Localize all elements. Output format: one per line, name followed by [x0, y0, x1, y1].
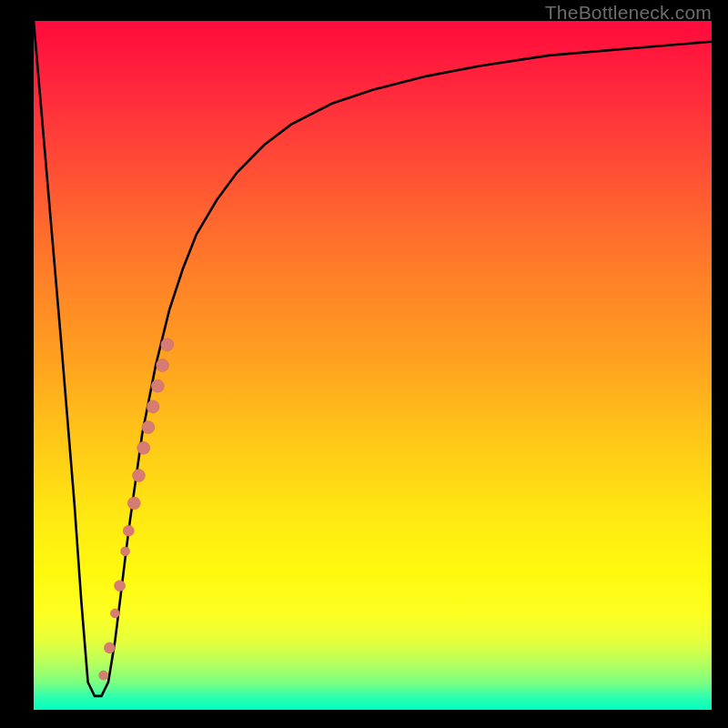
data-marker [121, 547, 130, 556]
data-marker [142, 421, 155, 434]
data-marker [133, 470, 146, 482]
data-marker [161, 339, 174, 351]
data-marker [99, 671, 108, 680]
bottleneck-curve [34, 21, 712, 696]
data-marker [123, 525, 134, 536]
data-markers [99, 339, 174, 680]
chart-svg [34, 21, 712, 710]
data-marker [127, 497, 140, 510]
attribution-text: TheBottleneck.com [545, 2, 712, 24]
data-marker [110, 609, 119, 618]
chart-frame: TheBottleneck.com [0, 0, 728, 728]
data-marker [137, 441, 150, 454]
data-marker [157, 359, 169, 372]
data-marker [115, 581, 126, 592]
data-marker [151, 379, 164, 392]
data-marker [147, 400, 159, 413]
data-marker [104, 642, 115, 653]
